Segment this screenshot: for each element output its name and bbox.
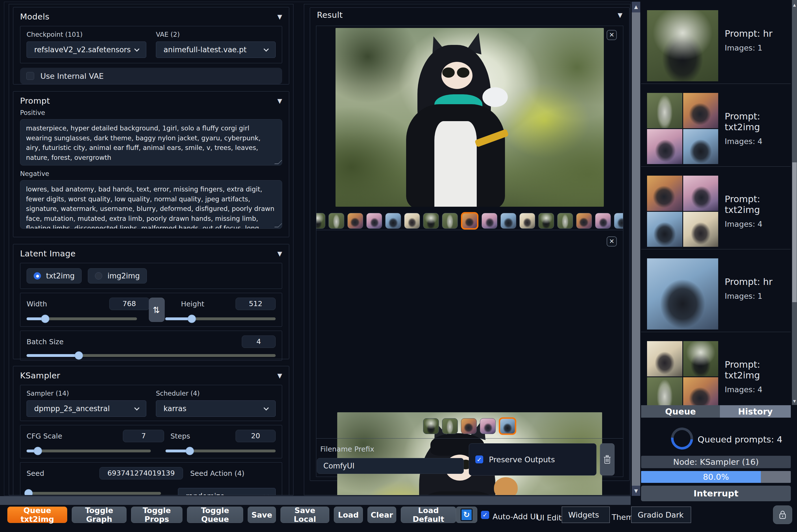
gallery-thumbnail[interactable] bbox=[480, 418, 496, 434]
lock-ui-button[interactable] bbox=[773, 506, 792, 524]
gallery-thumbnail[interactable] bbox=[316, 213, 325, 229]
gallery-thumbnail[interactable] bbox=[461, 418, 477, 434]
theme-select[interactable]: Gradio Dark bbox=[631, 507, 691, 523]
save-local-button[interactable]: Save Local bbox=[281, 507, 329, 523]
use-internal-vae-checkbox[interactable] bbox=[26, 72, 34, 80]
prompt-accordion-header[interactable]: Prompt ▼ bbox=[20, 95, 282, 106]
history-list-item[interactable]: Prompt: txt2img Images: 4 bbox=[641, 171, 791, 253]
collapse-arrow-icon[interactable]: ▼ bbox=[277, 372, 282, 379]
width-input[interactable]: 768 bbox=[109, 298, 149, 310]
steps-input[interactable]: 20 bbox=[235, 430, 276, 442]
gallery-thumbnail[interactable] bbox=[423, 418, 439, 434]
scroll-up-icon[interactable]: ▲ bbox=[632, 4, 640, 10]
img2img-radio[interactable]: img2img bbox=[88, 268, 147, 284]
resize-handle-icon[interactable] bbox=[274, 160, 282, 164]
load-button[interactable]: Load bbox=[334, 507, 363, 523]
seed-action-dropdown[interactable]: randomize bbox=[178, 488, 276, 495]
cfg-scale-input[interactable]: 7 bbox=[123, 430, 164, 442]
scheduler-dropdown[interactable]: karras bbox=[156, 400, 276, 417]
widgets-select[interactable]: Widgets bbox=[562, 507, 610, 523]
scroll-down-icon[interactable]: ▼ bbox=[792, 399, 797, 403]
latent-accordion-header[interactable]: Latent Image ▼ bbox=[20, 248, 282, 259]
refresh-ui-button[interactable]: ↻ bbox=[456, 507, 477, 523]
gallery-thumbnail[interactable] bbox=[347, 213, 363, 229]
height-slider[interactable] bbox=[165, 317, 276, 320]
toggle-graph-button[interactable]: Toggle Graph bbox=[72, 507, 127, 523]
gallery-thumbnail[interactable] bbox=[442, 418, 458, 434]
history-thumbnail[interactable] bbox=[647, 259, 718, 329]
tab-history[interactable]: History bbox=[720, 405, 791, 418]
resize-handle-icon[interactable] bbox=[274, 223, 282, 227]
history-list-item[interactable]: Prompt: txt2img Images: 4 bbox=[641, 88, 791, 171]
height-input[interactable]: 512 bbox=[235, 298, 276, 310]
history-list-item[interactable]: Prompt: hr Images: 1 bbox=[641, 5, 791, 88]
gallery-thumbnail[interactable] bbox=[595, 213, 611, 229]
preserve-outputs-checkbox[interactable] bbox=[475, 455, 483, 463]
gallery-thumbnail[interactable] bbox=[442, 213, 458, 229]
sampler-dropdown[interactable]: dpmpp_2s_ancestral bbox=[26, 400, 146, 417]
positive-prompt-textarea[interactable]: masterpiece, hyper detailed background, … bbox=[20, 119, 282, 166]
gallery-thumbnail[interactable] bbox=[557, 213, 573, 229]
result-image-large[interactable] bbox=[336, 28, 604, 207]
steps-slider[interactable] bbox=[166, 450, 276, 452]
scroll-up-icon[interactable]: ▲ bbox=[792, 3, 797, 7]
gallery-thumbnail[interactable] bbox=[385, 213, 401, 229]
slider-knob[interactable] bbox=[186, 447, 194, 455]
save-button[interactable]: Save bbox=[248, 507, 276, 523]
gallery-thumbnail[interactable] bbox=[538, 213, 554, 229]
result-accordion-header[interactable]: Result ▼ bbox=[310, 7, 629, 22]
gallery-thumbnail[interactable] bbox=[500, 213, 516, 229]
slider-knob[interactable] bbox=[188, 315, 196, 323]
scrollbar-thumb[interactable] bbox=[792, 163, 797, 302]
slider-knob[interactable] bbox=[75, 352, 83, 360]
queue-txt2img-button[interactable]: Queue txt2img bbox=[7, 507, 67, 523]
use-internal-vae-row[interactable]: Use Internal VAE bbox=[20, 68, 282, 84]
scroll-down-icon[interactable]: ▼ bbox=[632, 488, 640, 494]
toggle-queue-button[interactable]: Toggle Queue bbox=[187, 507, 243, 523]
checkpoint-dropdown[interactable]: refslaveV2_v2.safetensors bbox=[26, 41, 146, 58]
scrollbar-thumb[interactable] bbox=[632, 13, 640, 486]
history-scrollbar[interactable]: ▲ ▼ bbox=[792, 0, 797, 405]
filename-prefix-input[interactable]: ComfyUI bbox=[317, 458, 464, 474]
negative-prompt-textarea[interactable]: lowres, bad anatomy, bad hands, text, er… bbox=[20, 180, 282, 229]
cfg-scale-slider[interactable] bbox=[26, 450, 151, 452]
clear-button[interactable]: Clear bbox=[367, 507, 396, 523]
history-thumbnail[interactable] bbox=[647, 93, 718, 164]
swap-dimensions-button[interactable]: ⇄ bbox=[149, 298, 165, 322]
txt2img-radio[interactable]: txt2img bbox=[26, 268, 82, 284]
collapse-arrow-icon[interactable]: ▼ bbox=[618, 12, 623, 19]
seed-slider[interactable] bbox=[26, 492, 161, 495]
gallery-thumbnail[interactable] bbox=[576, 213, 592, 229]
slider-knob[interactable] bbox=[34, 447, 42, 455]
slider-knob[interactable] bbox=[24, 489, 33, 496]
ksampler-accordion-header[interactable]: KSampler ▼ bbox=[20, 370, 282, 381]
preserve-outputs-row[interactable]: Preserve Outputs bbox=[469, 443, 596, 476]
seed-input[interactable]: 693741274019139 bbox=[99, 467, 183, 479]
vae-dropdown[interactable]: animefull-latest.vae.pt bbox=[156, 41, 276, 58]
collapse-arrow-icon[interactable]: ▼ bbox=[277, 13, 282, 20]
history-list-item[interactable]: Prompt: hr Images: 1 bbox=[641, 253, 791, 336]
interrupt-button[interactable]: Interrupt bbox=[641, 486, 791, 501]
trash-button[interactable] bbox=[600, 443, 614, 476]
auto-add-ui-checkbox[interactable] bbox=[481, 511, 489, 519]
toggle-props-button[interactable]: Toggle Props bbox=[131, 507, 183, 523]
history-thumbnail[interactable] bbox=[647, 176, 718, 247]
load-default-button[interactable]: Load Default bbox=[401, 507, 456, 523]
history-thumbnail[interactable] bbox=[647, 341, 718, 412]
main-horizontal-scrollbar[interactable] bbox=[0, 496, 631, 505]
collapse-arrow-icon[interactable]: ▼ bbox=[277, 97, 282, 104]
gallery-thumbnail[interactable] bbox=[481, 213, 497, 229]
close-image-button[interactable]: ✕ bbox=[607, 236, 617, 247]
gallery-thumbnail[interactable] bbox=[366, 213, 382, 229]
gallery-thumbnail[interactable] bbox=[519, 213, 535, 229]
models-accordion-header[interactable]: Models ▼ bbox=[20, 11, 282, 22]
collapse-arrow-icon[interactable]: ▼ bbox=[277, 250, 282, 257]
batch-size-slider[interactable] bbox=[26, 354, 276, 357]
gallery-thumbnail[interactable] bbox=[328, 213, 344, 229]
main-vertical-scrollbar[interactable]: ▲ ▼ bbox=[632, 2, 640, 496]
gallery-thumbnail[interactable] bbox=[461, 212, 478, 230]
width-slider[interactable] bbox=[26, 317, 137, 320]
gallery-thumbnail[interactable] bbox=[423, 213, 439, 229]
gallery-thumbnail[interactable] bbox=[404, 213, 420, 229]
slider-knob[interactable] bbox=[41, 315, 50, 323]
